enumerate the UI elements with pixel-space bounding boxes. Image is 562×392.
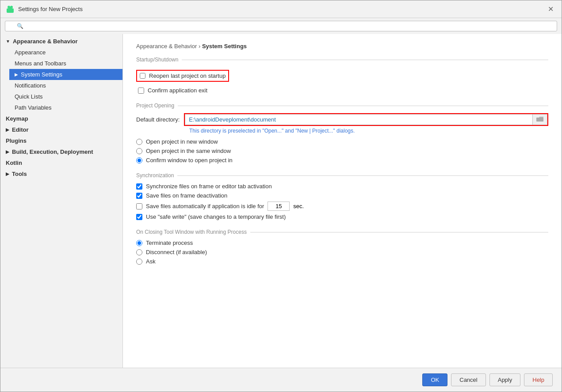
section-line (182, 60, 548, 60)
sidebar-item-path-variables[interactable]: Path Variables (9, 102, 122, 113)
title-bar-left: Settings for New Projects (6, 5, 83, 14)
save-deactivation-checkbox[interactable] (136, 193, 142, 199)
reopen-last-project-label: Reopen last project on startup (149, 72, 226, 79)
open-same-window-label: Open project in the same window (146, 148, 231, 154)
sidebar-item-editor[interactable]: ▶ Editor (0, 124, 122, 135)
save-idle-row: Save files automatically if application … (136, 202, 548, 211)
open-new-window-label: Open project in new window (146, 138, 218, 145)
folder-icon (536, 116, 543, 122)
sidebar-sub-appearance-behavior: Appearance Menus and Toolbars ▶ System S… (0, 47, 122, 113)
disconnect-radio[interactable] (136, 249, 142, 255)
sidebar-item-notifications[interactable]: Notifications (9, 80, 122, 91)
search-wrapper: 🔍 (5, 21, 557, 31)
dialog-title: Settings for New Projects (18, 6, 83, 12)
dir-hint: This directory is preselected in "Open..… (189, 128, 548, 134)
svg-rect-0 (7, 8, 14, 13)
confirm-window-label: Confirm window to open project in (146, 157, 233, 164)
terminate-row: Terminate process (136, 240, 548, 246)
sidebar-item-system-settings[interactable]: ▶ System Settings (9, 69, 122, 80)
confirm-window-radio[interactable] (136, 157, 142, 164)
reopen-project-highlighted: Reopen last project on startup (136, 70, 229, 82)
startup-section-divider: Startup/Shutdown (136, 57, 548, 63)
sidebar-item-tools[interactable]: ▶ Tools (0, 168, 122, 179)
svg-rect-3 (8, 7, 12, 8)
search-input[interactable] (5, 21, 557, 31)
ask-label: Ask (146, 258, 156, 265)
sidebar-item-kotlin[interactable]: Kotlin (0, 157, 122, 168)
section-line-2 (178, 106, 548, 106)
tools-arrow-icon: ▶ (6, 171, 9, 176)
sync-files-row: Synchronize files on frame or editor tab… (136, 183, 548, 190)
help-button[interactable]: Help (524, 373, 553, 386)
active-arrow-icon: ▶ (15, 72, 18, 77)
save-idle-checkbox[interactable] (136, 203, 142, 209)
safe-write-label: Use "safe write" (save changes to a temp… (146, 213, 286, 220)
sidebar-item-plugins[interactable]: Plugins (0, 135, 122, 146)
section-line-3 (177, 175, 548, 176)
main-content: ▼ Appearance & Behavior Appearance Menus… (0, 34, 562, 368)
ask-radio[interactable] (136, 259, 142, 265)
title-bar: Settings for New Projects ✕ (0, 0, 562, 18)
safe-write-row: Use "safe write" (save changes to a temp… (136, 213, 548, 220)
apply-button[interactable]: Apply (489, 373, 521, 386)
sidebar-item-appearance[interactable]: Appearance (9, 47, 122, 58)
sidebar-item-keymap[interactable]: Keymap (0, 113, 122, 124)
disconnect-label: Disconnect (if available) (146, 249, 207, 255)
disconnect-row: Disconnect (if available) (136, 249, 548, 255)
confirm-window-row: Confirm window to open project in (136, 157, 548, 164)
confirm-exit-checkbox[interactable] (138, 88, 144, 94)
safe-write-checkbox[interactable] (136, 214, 142, 220)
reopen-last-project-checkbox[interactable] (140, 73, 145, 79)
idle-seconds-input[interactable] (268, 202, 290, 211)
ask-row: Ask (136, 258, 548, 265)
dir-input-wrapper (184, 113, 548, 126)
sidebar-item-menus-toolbars[interactable]: Menus and Toolbars (9, 58, 122, 69)
closing-section-divider: On Closing Tool Window with Running Proc… (136, 229, 548, 235)
ok-button[interactable]: OK (422, 373, 447, 386)
sidebar-item-build-execution[interactable]: ▶ Build, Execution, Deployment (0, 146, 122, 157)
sync-section-divider: Synchronization (136, 172, 548, 179)
cancel-button[interactable]: Cancel (451, 373, 486, 386)
save-idle-label: Save files automatically if application … (146, 203, 264, 209)
default-dir-input[interactable] (185, 114, 533, 125)
sidebar-item-appearance-behavior[interactable]: ▼ Appearance & Behavior (0, 36, 122, 47)
settings-dialog: Settings for New Projects ✕ 🔍 ▼ Appearan… (0, 0, 562, 392)
content-area: Appearance & Behavior › System Settings … (123, 34, 562, 368)
confirm-exit-label: Confirm application exit (148, 87, 207, 94)
open-new-window-row: Open project in new window (136, 138, 548, 145)
project-opening-section-divider: Project Opening (136, 103, 548, 109)
dir-browse-button[interactable] (533, 114, 547, 125)
app-icon (6, 5, 15, 14)
terminate-radio[interactable] (136, 240, 142, 246)
open-new-window-radio[interactable] (136, 139, 142, 145)
svg-rect-4 (536, 118, 543, 122)
sidebar: ▼ Appearance & Behavior Appearance Menus… (0, 34, 123, 368)
terminate-label: Terminate process (146, 240, 193, 246)
close-button[interactable]: ✕ (545, 4, 556, 14)
sync-files-label: Synchronize files on frame or editor tab… (146, 183, 272, 190)
search-bar-container: 🔍 (0, 18, 562, 34)
save-deactivation-label: Save files on frame deactivation (146, 192, 227, 199)
open-same-window-row: Open project in the same window (136, 148, 548, 154)
expand-arrow-icon: ▼ (6, 39, 10, 44)
bottom-bar: OK Cancel Apply Help (0, 368, 562, 392)
seconds-label: sec. (293, 203, 304, 209)
sidebar-item-quick-lists[interactable]: Quick Lists (9, 91, 122, 102)
confirm-exit-row: Confirm application exit (138, 87, 548, 94)
editor-arrow-icon: ▶ (6, 127, 9, 132)
save-deactivation-row: Save files on frame deactivation (136, 192, 548, 199)
open-same-window-radio[interactable] (136, 148, 142, 154)
sync-files-checkbox[interactable] (136, 183, 142, 190)
default-dir-row: Default directory: (136, 113, 548, 126)
section-line-4 (250, 232, 548, 232)
breadcrumb: Appearance & Behavior › System Settings (136, 43, 548, 49)
build-arrow-icon: ▶ (6, 149, 9, 154)
